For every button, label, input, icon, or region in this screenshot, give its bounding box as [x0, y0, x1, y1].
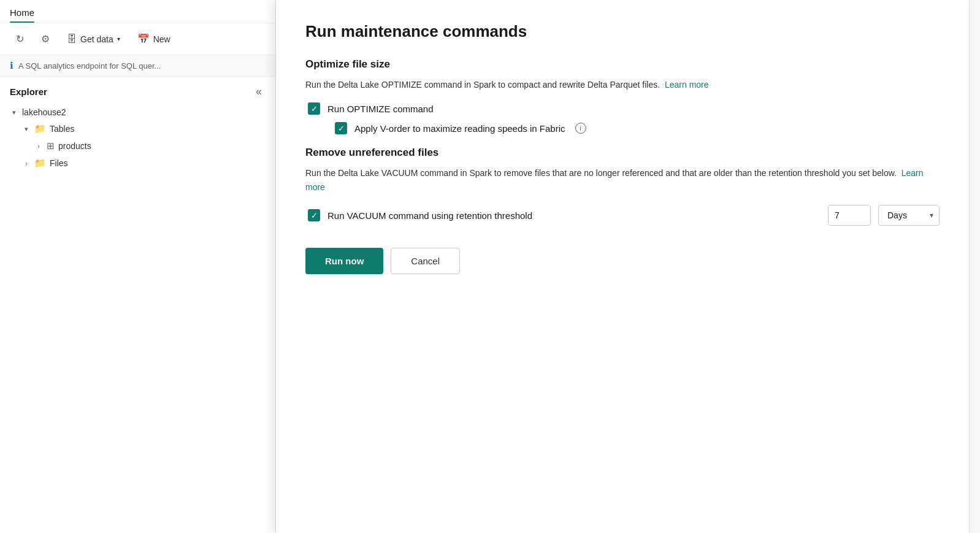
tree-item-products[interactable]: › ⊞ products [29, 137, 270, 155]
get-data-button[interactable]: 🗄 Get data ▾ [61, 30, 126, 48]
explorer-title: Explorer [10, 86, 47, 97]
tree-item-lakehouse2[interactable]: ▾ lakehouse2 [5, 104, 270, 120]
modal-overlay: Run maintenance commands Optimize file s… [276, 0, 969, 533]
database-icon: 🗄 [67, 34, 77, 45]
folder-icon: 📁 [34, 123, 46, 134]
checkmark-icon: ✓ [338, 125, 345, 132]
optimize-checkbox-label: Run OPTIMIZE command [327, 104, 434, 114]
threshold-unit-select[interactable]: Days Hours [878, 205, 940, 226]
vorder-checkbox-label: Apply V-order to maximize reading speeds… [354, 123, 565, 134]
info-icon: ℹ [10, 60, 13, 71]
cancel-button[interactable]: Cancel [391, 248, 460, 274]
optimize-checkbox[interactable]: ✓ [308, 102, 320, 115]
explorer-tree: ▾ lakehouse2 ▾ 📁 Tables › ⊞ products › [0, 104, 275, 533]
settings-button[interactable]: ⚙ [35, 29, 56, 48]
home-tab[interactable]: Home [10, 7, 34, 23]
vorder-checkbox[interactable]: ✓ [335, 122, 347, 134]
toolbar: ↻ ⚙ 🗄 Get data ▾ 📅 New [0, 23, 275, 55]
vorder-checkbox-row: ✓ Apply V-order to maximize reading spee… [305, 122, 940, 134]
tables-label: Tables [50, 124, 74, 134]
table-icon: ⊞ [47, 140, 55, 151]
products-label: products [58, 141, 91, 151]
top-bar: Home [0, 0, 275, 23]
vorder-info-icon[interactable]: i [575, 123, 586, 134]
vacuum-checkbox-row: ✓ Run VACUUM command using retention thr… [305, 205, 940, 226]
optimize-section-title: Optimize file size [305, 58, 940, 71]
left-panel: Home ↻ ⚙ 🗄 Get data ▾ 📅 New ℹ A SQL anal… [0, 0, 276, 533]
tables-children: › ⊞ products [17, 137, 270, 155]
explorer-header: Explorer « [0, 77, 275, 104]
checkmark-icon: ✓ [311, 212, 318, 220]
tree-item-tables[interactable]: ▾ 📁 Tables [17, 120, 270, 137]
modal-title: Run maintenance commands [305, 22, 940, 41]
threshold-number-input[interactable]: ▲ ▼ [828, 205, 871, 226]
optimize-learn-more-link[interactable]: Learn more [665, 80, 709, 90]
collapse-button[interactable]: « [252, 84, 266, 99]
vacuum-section-desc: Run the Delta Lake VACUUM command in Spa… [305, 166, 940, 194]
calendar-icon: 📅 [137, 33, 150, 45]
vacuum-section-title: Remove unreferenced files [305, 147, 940, 159]
chevron-down-icon: ▾ [22, 125, 31, 133]
gear-icon: ⚙ [41, 33, 50, 45]
optimize-section-desc: Run the Delta Lake OPTIMIZE command in S… [305, 78, 940, 91]
new-button[interactable]: 📅 New [131, 29, 177, 48]
optimize-desc-text: Run the Delta Lake OPTIMIZE command in S… [305, 80, 660, 90]
threshold-value-input[interactable] [829, 207, 871, 224]
get-data-label: Get data [80, 34, 113, 44]
lakehouse2-label: lakehouse2 [22, 107, 66, 117]
home-tab-underline [10, 21, 34, 23]
tree-item-files[interactable]: › 📁 Files [17, 155, 270, 172]
optimize-checkbox-row: ✓ Run OPTIMIZE command [305, 102, 940, 115]
right-edge-scrollbar [969, 0, 980, 533]
info-bar: ℹ A SQL analytics endpoint for SQL quer.… [0, 55, 275, 77]
lakehouse2-children: ▾ 📁 Tables › ⊞ products › 📁 Files [5, 120, 270, 172]
modal-panel: Run maintenance commands Optimize file s… [276, 0, 969, 533]
button-row: Run now Cancel [305, 248, 940, 274]
chevron-right-icon: › [34, 142, 43, 150]
vacuum-checkbox[interactable]: ✓ [308, 209, 320, 221]
folder-icon: 📁 [34, 158, 46, 169]
number-input-field: ▲ ▼ [829, 205, 870, 225]
refresh-icon: ↻ [16, 33, 24, 45]
chevron-down-icon: ▾ [10, 109, 18, 117]
info-text: A SQL analytics endpoint for SQL quer... [18, 61, 161, 71]
get-data-chevron: ▾ [117, 36, 120, 42]
refresh-button[interactable]: ↻ [10, 29, 30, 48]
files-label: Files [50, 158, 68, 168]
new-label: New [153, 34, 170, 44]
chevron-right-icon: › [22, 159, 31, 167]
checkmark-icon: ✓ [311, 105, 318, 113]
run-now-button[interactable]: Run now [305, 248, 383, 274]
home-tab-label: Home [10, 7, 34, 21]
threshold-unit-select-wrap: Days Hours ▾ [878, 205, 940, 226]
vacuum-checkbox-label: Run VACUUM command using retention thres… [327, 210, 821, 221]
vacuum-desc-text: Run the Delta Lake VACUUM command in Spa… [305, 168, 897, 178]
